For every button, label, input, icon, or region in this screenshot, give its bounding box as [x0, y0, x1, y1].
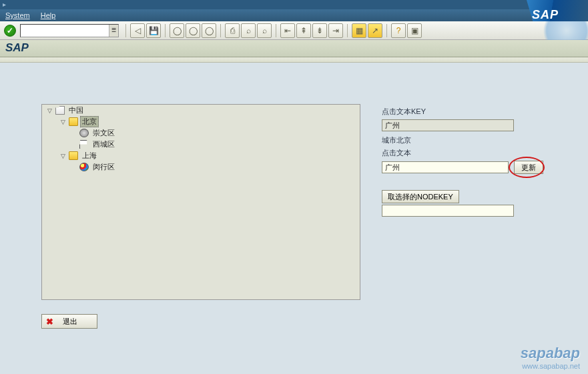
label-text-key: 点击文本KEY — [382, 107, 569, 117]
tree-node-label[interactable]: 中国 — [67, 105, 85, 115]
folder-open-icon — [55, 106, 65, 115]
decorative-swirl — [535, 21, 588, 40]
prev-page-icon[interactable]: ⇞ — [296, 23, 311, 38]
gear-icon — [79, 129, 89, 137]
folder-icon — [69, 151, 78, 160]
menubar: System Help SAP — [0, 9, 588, 21]
click-text-field[interactable] — [382, 161, 509, 173]
tree-node-xicheng[interactable]: 西城区 — [42, 139, 360, 150]
tree-node-label[interactable]: 崇文区 — [91, 128, 117, 138]
work-area: ▽ 中国 ▽ 北京 崇文区 西城区 ▽ 上海 闵行区 ✖ 退出 — [0, 63, 588, 374]
first-page-icon[interactable]: ⇤ — [280, 23, 295, 38]
expander-icon[interactable]: ▽ — [46, 107, 53, 114]
label-click-text: 点击文本 — [382, 148, 569, 158]
tree-node-minhang[interactable]: 闵行区 — [42, 161, 360, 173]
command-field[interactable]: ☰ — [20, 24, 119, 37]
update-button[interactable]: 更新 — [514, 161, 543, 174]
application-toolbar — [0, 57, 588, 63]
tree-node-label[interactable]: 上海 — [80, 151, 99, 161]
command-input[interactable] — [21, 25, 109, 36]
globe-icon — [79, 163, 89, 171]
window-titlebar: ▸ — [0, 0, 588, 9]
standard-toolbar: ✓ ☰ ◁ 💾 ◯ ◯ ◯ ⎙ ⌕ ⌕ ⇤ ⇞ ⇟ ⇥ ▦ ↗ ? ▣ — [0, 21, 588, 40]
tree-node-chongwen[interactable]: 崇文区 — [42, 127, 360, 139]
cancel-nav-icon[interactable]: ◯ — [202, 23, 216, 38]
expander-icon[interactable]: ▽ — [59, 118, 67, 125]
close-icon: ✖ — [46, 317, 53, 327]
enter-icon[interactable]: ✓ — [4, 25, 16, 37]
exit-button[interactable]: ✖ 退出 — [41, 314, 97, 329]
find-next-icon[interactable]: ⌕ — [257, 23, 272, 38]
detail-form: 点击文本KEY 城市北京 点击文本 更新 取选择的NODEKEY — [382, 107, 569, 217]
flag-icon — [79, 140, 89, 149]
last-page-icon[interactable]: ⇥ — [328, 23, 343, 38]
back-icon[interactable]: ◁ — [130, 23, 145, 38]
new-session-icon[interactable]: ▦ — [352, 23, 366, 38]
shortcut-icon[interactable]: ↗ — [368, 23, 382, 38]
menu-system[interactable]: System — [5, 11, 30, 19]
back-nav-icon[interactable]: ◯ — [170, 23, 184, 38]
layout-icon[interactable]: ▣ — [407, 23, 422, 38]
get-nodekey-button[interactable]: 取选择的NODEKEY — [382, 190, 459, 203]
folder-icon — [69, 117, 78, 126]
tree-node-beijing[interactable]: ▽ 北京 — [42, 116, 360, 127]
help-icon[interactable]: ? — [391, 23, 406, 38]
watermark-url: www.sapabap.net — [521, 362, 580, 370]
print-icon[interactable]: ⎙ — [225, 23, 240, 38]
menu-help[interactable]: Help — [41, 11, 56, 19]
tree-node-label[interactable]: 北京 — [80, 116, 99, 127]
save-icon[interactable]: 💾 — [146, 23, 161, 38]
exit-button-label: 退出 — [63, 317, 77, 327]
exit-nav-icon[interactable]: ◯ — [186, 23, 200, 38]
text-key-field[interactable] — [382, 119, 514, 131]
expander-icon[interactable]: ▽ — [59, 152, 67, 159]
command-history-dropdown-icon[interactable]: ☰ — [109, 25, 118, 37]
tree-node-label[interactable]: 闵行区 — [91, 162, 117, 172]
find-icon[interactable]: ⌕ — [241, 23, 256, 38]
window-menu-icon[interactable]: ▸ — [3, 1, 11, 9]
app-title: SAP — [0, 40, 588, 57]
nodekey-field[interactable] — [382, 205, 514, 217]
tree-node-shanghai[interactable]: ▽ 上海 — [42, 150, 360, 161]
tree-node-root[interactable]: ▽ 中国 — [42, 105, 360, 116]
watermark-title: sapabap — [521, 345, 580, 362]
tree-node-label[interactable]: 西城区 — [91, 139, 117, 149]
watermark: sapabap www.sapabap.net — [521, 345, 580, 370]
tree-control[interactable]: ▽ 中国 ▽ 北京 崇文区 西城区 ▽ 上海 闵行区 — [41, 104, 360, 300]
next-page-icon[interactable]: ⇟ — [312, 23, 327, 38]
label-city: 城市北京 — [382, 135, 569, 145]
